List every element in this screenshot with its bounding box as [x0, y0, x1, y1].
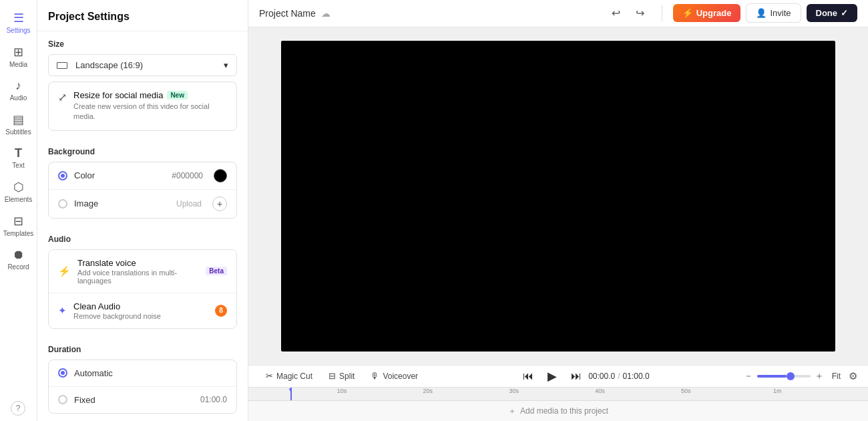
color-swatch[interactable]	[214, 169, 227, 182]
sidebar-item-text[interactable]: T Text	[0, 141, 37, 174]
zoom-slider[interactable]	[757, 375, 811, 378]
resize-desc: Create new version of this video for soc…	[73, 102, 227, 122]
project-name: Project Name	[259, 8, 316, 19]
duration-section-title: Duration	[48, 345, 237, 354]
play-button[interactable]: ▶	[543, 367, 562, 386]
image-option[interactable]: Image Upload +	[49, 190, 236, 218]
text-icon: T	[15, 146, 22, 160]
time-display: 00:00.0 / 01:00.0	[588, 372, 649, 381]
sidebar-record-label: Record	[7, 263, 29, 271]
sidebar-item-templates[interactable]: ⊟ Templates	[0, 208, 37, 243]
zoom-in-icon[interactable]: ＋	[815, 370, 824, 382]
sidebar-text-label: Text	[12, 162, 24, 169]
sidebar-item-media[interactable]: ⊞ Media	[0, 39, 37, 74]
invite-button[interactable]: 👤 Invite	[746, 3, 801, 23]
voiceover-label: Voiceover	[383, 372, 418, 381]
done-button[interactable]: Done ✓	[807, 4, 858, 22]
automatic-radio[interactable]	[58, 368, 67, 378]
sidebar-item-subtitles[interactable]: ▤ Subtitles	[0, 107, 37, 141]
add-media-button[interactable]: ＋ Add media to this project	[508, 406, 608, 417]
size-dropdown[interactable]: Landscape (16:9) ▾	[48, 54, 237, 76]
zoom-out-icon[interactable]: －	[744, 370, 753, 382]
background-options: Color #000000 Image Upload +	[48, 162, 237, 219]
upgrade-button[interactable]: ⚡ Upgrade	[673, 4, 741, 22]
record-icon: ⏺	[13, 248, 25, 262]
cloud-icon: ☁	[321, 8, 331, 19]
clean-audio-badge: 8	[215, 305, 227, 317]
translate-voice-desc: Add voice translations in multi-language…	[77, 269, 199, 285]
translate-voice-title: Translate voice	[77, 258, 199, 268]
fixed-radio[interactable]	[58, 395, 67, 404]
elements-icon: ⬡	[13, 180, 24, 194]
ruler-30s: 30s	[509, 388, 519, 394]
clean-audio-card[interactable]: ✦ Clean Audio Remove background noise 8	[49, 293, 236, 328]
image-label: Image	[74, 198, 170, 208]
color-label: Color	[74, 170, 165, 180]
split-icon: ⊟	[329, 371, 336, 381]
divider	[662, 5, 662, 21]
translate-icon: ⚡	[58, 265, 71, 277]
redo-button[interactable]: ↪	[630, 3, 651, 24]
background-section: Background Color #000000 Image Upload +	[37, 139, 248, 227]
fit-button[interactable]: Fit	[827, 369, 846, 384]
ruler-10s: 10s	[337, 388, 347, 394]
background-section-title: Background	[48, 147, 237, 156]
voiceover-button[interactable]: 🎙 Voiceover	[364, 368, 425, 384]
size-section: Size Landscape (16:9) ▾ ⤢ Resize for soc…	[37, 31, 248, 139]
total-time: 01:00.0	[623, 372, 650, 381]
landscape-shape	[57, 62, 67, 69]
top-bar: Project Name ☁ ↩ ↪ ⚡ Upgrade 👤 Invite Do…	[248, 0, 868, 27]
sidebar-item-settings[interactable]: ☰ Settings	[0, 5, 37, 39]
sidebar-item-elements[interactable]: ⬡ Elements	[0, 174, 37, 208]
resize-title: Resize for social media	[73, 90, 163, 100]
translate-voice-card[interactable]: ⚡ Translate voice Add voice translations…	[49, 250, 236, 293]
fixed-option[interactable]: Fixed 01:00.0	[49, 387, 236, 413]
automatic-option[interactable]: Automatic	[49, 360, 236, 387]
ruler-50s: 50s	[681, 388, 691, 394]
invite-label: Invite	[770, 8, 791, 18]
icon-sidebar: ☰ Settings ⊞ Media ♪ Audio ▤ Subtitles T…	[0, 0, 37, 421]
color-option[interactable]: Color #000000	[49, 162, 236, 190]
zoom-controls: － ＋	[744, 370, 824, 382]
templates-icon: ⊟	[13, 214, 23, 229]
lightning-icon: ⚡	[682, 8, 693, 18]
ruler-20s: 20s	[423, 388, 433, 394]
scissors-icon: ✂	[266, 371, 273, 381]
plus-icon: ＋	[508, 406, 516, 417]
skip-back-button[interactable]: ⏮	[519, 367, 537, 386]
media-icon: ⊞	[13, 45, 23, 59]
translate-badge: Beta	[206, 267, 227, 275]
landscape-icon: Landscape (16:9)	[57, 60, 143, 70]
sidebar-subtitles-label: Subtitles	[5, 128, 31, 136]
zoom-thumb[interactable]	[787, 372, 795, 380]
fixed-value: 01:00.0	[200, 395, 227, 404]
split-button[interactable]: ⊟ Split	[322, 368, 361, 384]
help-button[interactable]: ?	[11, 401, 25, 416]
settings-icon: ☰	[13, 11, 24, 25]
done-label: Done	[816, 8, 838, 18]
automatic-label: Automatic	[74, 368, 227, 378]
timeline-content: ＋ Add media to this project	[248, 401, 868, 421]
sidebar-elements-label: Elements	[5, 196, 33, 203]
magic-cut-button[interactable]: ✂ Magic Cut	[259, 368, 319, 384]
video-container	[281, 41, 835, 352]
color-radio[interactable]	[58, 171, 67, 180]
upload-button[interactable]: +	[212, 196, 227, 211]
audio-icon: ♪	[15, 79, 21, 93]
skip-forward-button[interactable]: ⏭	[567, 367, 586, 386]
image-radio[interactable]	[58, 199, 67, 208]
undo-button[interactable]: ↩	[606, 3, 627, 24]
timeline-playhead[interactable]	[290, 388, 292, 400]
timeline-settings-icon[interactable]: ⚙	[849, 370, 857, 382]
subtitles-icon: ▤	[13, 112, 24, 127]
size-section-title: Size	[48, 39, 237, 49]
sidebar-item-audio[interactable]: ♪ Audio	[0, 74, 37, 107]
play-controls: ⏮ ▶ ⏭	[519, 367, 586, 386]
sidebar-media-label: Media	[9, 61, 27, 68]
bottom-toolbar: ✂ Magic Cut ⊟ Split 🎙 Voiceover ⏮ ▶ ⏭ 00…	[248, 365, 868, 388]
fixed-label: Fixed	[74, 395, 194, 405]
sidebar-item-record[interactable]: ⏺ Record	[0, 243, 37, 276]
color-hex-value: #000000	[172, 171, 203, 180]
video-preview-area	[248, 27, 868, 365]
resize-card[interactable]: ⤢ Resize for social media New Create new…	[48, 82, 237, 131]
